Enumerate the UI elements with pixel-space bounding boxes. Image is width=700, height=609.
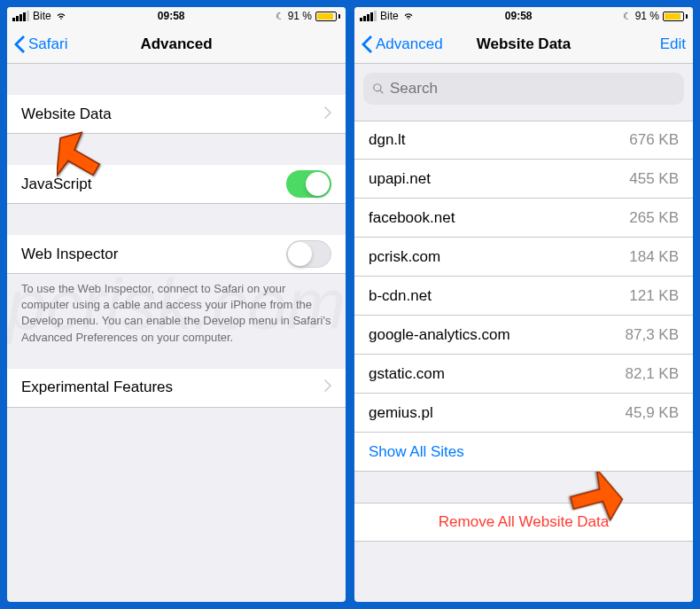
site-row[interactable]: gemius.pl45,9 KB: [354, 394, 693, 433]
web-inspector-note: To use the Web Inspector, connect to Saf…: [7, 274, 346, 353]
chevron-left-icon: [14, 35, 25, 53]
battery-icon: [315, 12, 340, 21]
status-bar: Bite 09:58 ☾ 91 %: [354, 7, 693, 25]
site-domain: dgn.lt: [369, 131, 629, 149]
dnd-icon: ☾: [276, 11, 284, 22]
site-domain: pcrisk.com: [369, 248, 629, 266]
battery-icon: [663, 12, 688, 21]
site-row[interactable]: gstatic.com82,1 KB: [354, 355, 693, 394]
remove-all-label: Remove All Website Data: [439, 513, 609, 531]
sites-list: dgn.lt676 KBupapi.net455 KBfacebook.net2…: [354, 121, 693, 433]
nav-bar: Advanced Website Data Edit: [354, 25, 693, 64]
status-time: 09:58: [158, 10, 185, 22]
back-label: Safari: [28, 35, 67, 53]
remove-all-row[interactable]: Remove All Website Data: [354, 503, 693, 542]
search-input[interactable]: [390, 80, 675, 98]
show-all-sites-label: Show All Sites: [369, 443, 464, 461]
site-size: 265 KB: [629, 209, 679, 227]
row-label: Web Inspector: [21, 246, 286, 263]
carrier-label: Bite: [380, 10, 399, 22]
site-row[interactable]: facebook.net265 KB: [354, 199, 693, 238]
phone-right-website-data: pcrisk.com Bite 09:58 ☾ 91 % Advanced We…: [354, 7, 693, 602]
content-area: Website Data JavaScript Web Inspector To…: [7, 64, 346, 602]
site-row[interactable]: pcrisk.com184 KB: [354, 238, 693, 277]
content-area: dgn.lt676 KBupapi.net455 KBfacebook.net2…: [354, 64, 693, 602]
nav-bar: Safari Advanced: [7, 25, 346, 64]
dnd-icon: ☾: [623, 11, 632, 22]
row-label: Experimental Features: [21, 379, 317, 396]
show-all-sites-row[interactable]: Show All Sites: [354, 433, 693, 472]
site-size: 121 KB: [629, 287, 679, 305]
site-row[interactable]: b-cdn.net121 KB: [354, 277, 693, 316]
web-inspector-row: Web Inspector: [7, 235, 346, 274]
row-label: JavaScript: [21, 176, 286, 193]
status-bar: Bite 09:58 ☾ 91 %: [7, 7, 346, 25]
web-inspector-toggle[interactable]: [286, 240, 331, 268]
site-domain: upapi.net: [369, 170, 629, 188]
site-size: 455 KB: [629, 170, 679, 188]
site-domain: facebook.net: [369, 209, 629, 227]
back-label: Advanced: [376, 35, 443, 53]
site-row[interactable]: google-analytics.com87,3 KB: [354, 316, 693, 355]
site-size: 87,3 KB: [626, 326, 680, 344]
search-bar[interactable]: [363, 73, 684, 105]
phone-left-advanced: pcrisk.com Bite 09:58 ☾ 91 % Safari Adva…: [7, 7, 346, 602]
signal-icon: [12, 11, 29, 21]
edit-button[interactable]: Edit: [660, 35, 686, 53]
page-title: Website Data: [477, 35, 571, 53]
search-icon: [372, 82, 385, 95]
battery-percent: 91 %: [635, 10, 659, 22]
site-size: 82,1 KB: [626, 365, 680, 383]
website-data-row[interactable]: Website Data: [7, 95, 346, 134]
site-row[interactable]: dgn.lt676 KB: [354, 121, 693, 160]
chevron-left-icon: [362, 35, 372, 53]
javascript-row: JavaScript: [7, 165, 346, 204]
chevron-right-icon: [324, 379, 331, 395]
wifi-icon: [402, 9, 415, 24]
page-title: Advanced: [140, 35, 212, 53]
site-domain: b-cdn.net: [369, 287, 629, 305]
site-size: 184 KB: [629, 248, 679, 266]
chevron-right-icon: [324, 106, 331, 122]
signal-icon: [360, 11, 377, 21]
row-label: Website Data: [21, 105, 317, 123]
site-domain: google-analytics.com: [369, 326, 626, 344]
site-size: 676 KB: [629, 131, 679, 149]
status-time: 09:58: [505, 10, 533, 22]
site-domain: gstatic.com: [369, 365, 626, 383]
site-domain: gemius.pl: [369, 404, 626, 422]
experimental-features-row[interactable]: Experimental Features: [7, 369, 346, 408]
site-row[interactable]: upapi.net455 KB: [354, 160, 693, 199]
javascript-toggle[interactable]: [286, 170, 331, 198]
site-size: 45,9 KB: [626, 404, 680, 422]
wifi-icon: [55, 9, 67, 24]
back-button[interactable]: Advanced: [362, 35, 443, 53]
carrier-label: Bite: [33, 10, 51, 22]
back-button[interactable]: Safari: [14, 35, 67, 53]
battery-percent: 91 %: [288, 10, 312, 22]
